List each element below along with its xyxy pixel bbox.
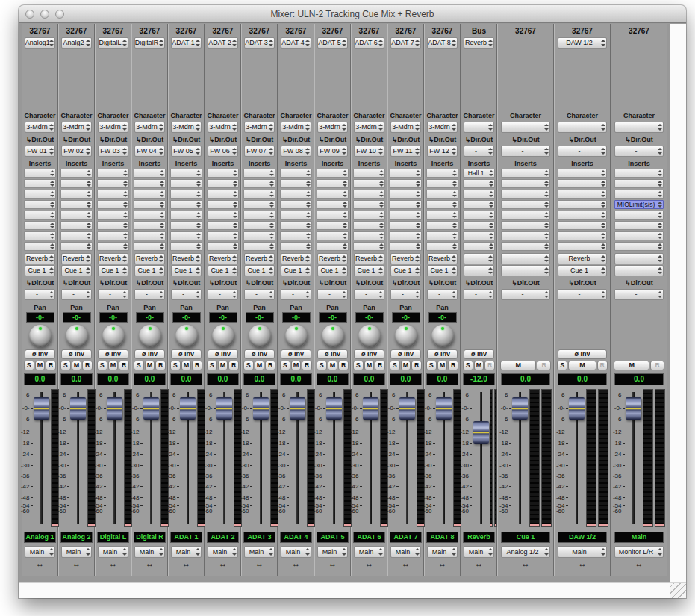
input-select[interactable]: ADAT 4 — [281, 37, 311, 49]
direct-out-2-select[interactable]: - — [390, 289, 421, 300]
insert-slot[interactable] — [426, 190, 458, 199]
insert-slot[interactable] — [207, 190, 238, 199]
fader-value-display[interactable]: 0.0 — [390, 373, 421, 385]
direct-out-select[interactable]: FW 10 — [354, 146, 384, 157]
insert-slot[interactable] — [60, 190, 92, 199]
insert-slot[interactable] — [501, 242, 551, 251]
pan-knob[interactable] — [212, 325, 234, 347]
send-reverb-select[interactable]: Reverb — [390, 253, 421, 264]
direct-out-2-select[interactable]: - — [244, 289, 275, 300]
insert-slot[interactable] — [243, 169, 275, 178]
insert-slot[interactable] — [501, 200, 551, 209]
record-button[interactable]: R — [155, 361, 166, 370]
insert-slot[interactable] — [280, 169, 311, 178]
fader-thumb[interactable] — [326, 397, 342, 420]
insert-slot[interactable] — [97, 231, 128, 240]
insert-slot[interactable] — [614, 242, 664, 251]
direct-out-select[interactable]: FW 02 — [61, 146, 92, 157]
send-reverb-select[interactable]: Reverb — [61, 253, 92, 264]
insert-slot[interactable] — [170, 242, 202, 251]
fader[interactable] — [626, 389, 642, 529]
solo-button[interactable]: S — [353, 361, 364, 370]
fader[interactable] — [290, 389, 306, 529]
insert-slot[interactable] — [353, 242, 384, 251]
send-reverb-select[interactable] — [501, 253, 549, 264]
insert-slot[interactable] — [134, 179, 165, 188]
insert-slot[interactable] — [317, 190, 348, 199]
insert-slot[interactable] — [207, 200, 238, 209]
mute-button[interactable]: M — [401, 361, 411, 370]
mute-button[interactable]: M — [108, 361, 119, 370]
phase-invert-button[interactable]: ø Inv — [317, 349, 348, 359]
insert-slot[interactable] — [170, 211, 202, 220]
mute-button[interactable]: M — [218, 361, 228, 370]
insert-slot[interactable] — [24, 211, 55, 220]
strip-width-toggle[interactable]: ↔ — [635, 559, 643, 569]
insert-slot[interactable] — [614, 221, 664, 230]
record-button[interactable]: R — [119, 361, 129, 370]
insert-slot[interactable] — [24, 221, 55, 230]
insert-slot[interactable] — [390, 169, 421, 178]
output-select[interactable]: Main — [390, 546, 421, 558]
phase-invert-button[interactable]: ø Inv — [98, 349, 128, 359]
insert-slot[interactable] — [317, 211, 348, 220]
send-cue-select[interactable]: Cue 1 — [61, 265, 92, 276]
output-select[interactable]: Main — [427, 546, 458, 558]
insert-slot[interactable] — [60, 221, 92, 230]
send-reverb-select[interactable]: Reverb — [281, 253, 311, 264]
insert-slot[interactable] — [558, 211, 608, 220]
insert-slot[interactable] — [558, 200, 608, 209]
character-select[interactable]: 3-Mdrn — [25, 122, 55, 133]
insert-slot[interactable] — [317, 242, 348, 251]
insert-slot[interactable] — [97, 200, 128, 209]
resize-grip[interactable] — [670, 582, 686, 598]
insert-slot[interactable]: MIOLimit(s/s) — [614, 200, 664, 209]
strip-width-toggle[interactable]: ↔ — [402, 559, 410, 569]
insert-slot[interactable] — [280, 231, 311, 240]
insert-slot[interactable] — [353, 200, 384, 209]
insert-slot[interactable] — [97, 211, 128, 220]
fader-value-display[interactable]: 0.0 — [501, 373, 551, 385]
direct-out-select[interactable]: FW 03 — [98, 146, 128, 157]
insert-slot[interactable] — [353, 221, 384, 230]
direct-out-select[interactable]: FW 11 — [390, 146, 421, 157]
insert-slot[interactable] — [317, 169, 348, 178]
record-button[interactable]: R — [46, 361, 56, 370]
direct-out-select[interactable]: - — [558, 146, 606, 157]
send-cue-select[interactable]: Cue 1 — [317, 265, 348, 276]
strip-width-toggle[interactable]: ↔ — [579, 559, 587, 569]
direct-out-2-select[interactable]: - — [25, 289, 55, 300]
character-select[interactable] — [501, 122, 549, 133]
solo-button[interactable]: S — [24, 361, 34, 370]
insert-slot[interactable] — [170, 179, 202, 188]
strip-width-toggle[interactable]: ↔ — [36, 559, 44, 569]
send-reverb-select[interactable] — [614, 253, 663, 264]
send-cue-select[interactable]: Cue 1 — [390, 265, 421, 276]
fader-value-display[interactable]: 0.0 — [60, 373, 92, 385]
insert-slot[interactable] — [134, 200, 165, 209]
character-select[interactable]: 3-Mdrn — [427, 122, 458, 133]
solo-button[interactable]: S — [243, 361, 254, 370]
insert-slot[interactable] — [501, 179, 551, 188]
fader-thumb[interactable] — [180, 397, 196, 420]
insert-slot[interactable] — [280, 179, 311, 188]
insert-slot[interactable] — [207, 169, 238, 178]
input-select[interactable]: Analg2 — [61, 37, 92, 49]
fader-value-display[interactable]: 0.0 — [280, 373, 311, 385]
direct-out-select[interactable]: FW 01 — [25, 146, 55, 157]
horizontal-scrollbar[interactable] — [19, 582, 670, 598]
insert-slot[interactable] — [280, 200, 311, 209]
insert-slot[interactable] — [24, 231, 55, 240]
input-select[interactable]: ADAT 8 — [427, 37, 458, 49]
mute-button[interactable]: M — [181, 361, 192, 370]
insert-slot[interactable] — [170, 200, 202, 209]
fader-value-display[interactable]: 0.0 — [614, 373, 664, 385]
insert-slot[interactable] — [463, 242, 494, 251]
mute-button[interactable]: M — [364, 361, 375, 370]
record-button[interactable]: R — [375, 361, 385, 370]
insert-slot[interactable] — [501, 169, 551, 178]
fader-thumb[interactable] — [399, 397, 415, 420]
insert-slot[interactable] — [558, 221, 608, 230]
insert-slot[interactable] — [390, 231, 421, 240]
fader-thumb[interactable] — [290, 397, 305, 420]
